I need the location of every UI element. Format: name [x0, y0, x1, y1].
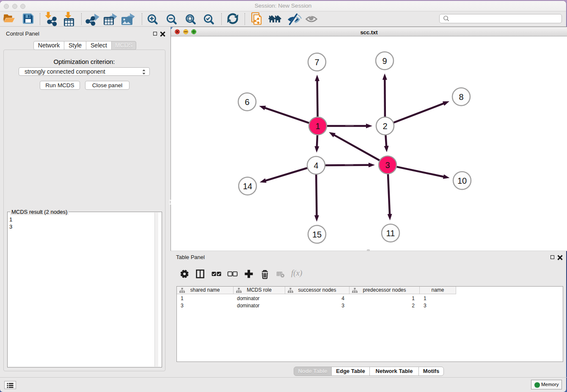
svg-text:4: 4	[314, 161, 318, 170]
svg-text:7: 7	[314, 58, 319, 67]
svg-text:3: 3	[385, 160, 390, 170]
svg-text:2: 2	[383, 121, 387, 131]
svg-text:10: 10	[457, 176, 467, 185]
svg-text:9: 9	[382, 56, 387, 66]
svg-text:11: 11	[386, 229, 395, 238]
svg-text:15: 15	[312, 230, 322, 239]
svg-text:8: 8	[459, 92, 463, 102]
svg-text:1: 1	[315, 121, 320, 131]
svg-text:14: 14	[243, 182, 252, 191]
svg-text:6: 6	[245, 97, 249, 107]
